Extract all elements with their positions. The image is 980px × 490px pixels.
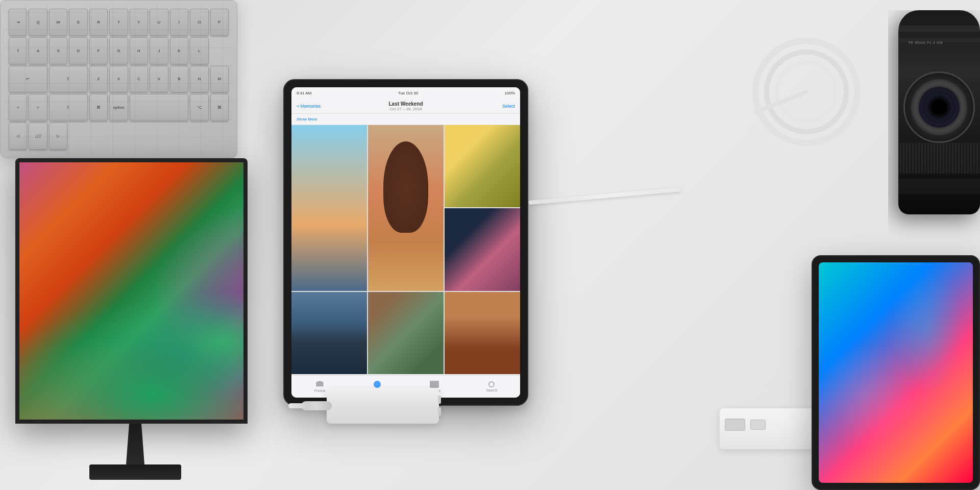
photo-grid (291, 125, 520, 374)
key-k[interactable]: K (170, 37, 188, 64)
status-date: Tue Oct 30 (398, 91, 418, 95)
photo-yellow-car (445, 125, 520, 207)
back-button[interactable]: < Memories (297, 104, 321, 109)
monitor-screen (15, 158, 248, 424)
monitor-stand (120, 424, 151, 464)
key-period[interactable]: > (29, 94, 47, 121)
key-c[interactable]: C (130, 66, 148, 93)
key-r[interactable]: R (89, 9, 108, 36)
tab-search[interactable]: Search (486, 381, 497, 392)
key-w[interactable]: W (49, 9, 67, 36)
key-caps[interactable]: ⇪ (9, 37, 27, 64)
usbc-plug (301, 401, 332, 410)
ipad-center-wrapper: 9:41 AM Tue Oct 30 100% < Memories Last … (283, 79, 528, 416)
key-g[interactable]: G (109, 37, 128, 64)
key-o[interactable]: O (190, 9, 208, 36)
key-t[interactable]: T (109, 9, 128, 36)
key-shift-left[interactable]: ⇧ (49, 66, 88, 93)
key-b[interactable]: B (170, 66, 188, 93)
key-n[interactable]: N (190, 66, 208, 93)
key-a[interactable]: A (29, 37, 47, 64)
ipad-navbar: < Memories Last Weekend Oct 27 – 28, 201… (291, 99, 520, 114)
cable-coil-wrapper (745, 31, 868, 155)
key-shift-right[interactable]: ⇧ (49, 94, 88, 121)
status-battery: 100% (505, 91, 515, 95)
key-tab[interactable]: ⇥ (9, 9, 27, 36)
key-left[interactable]: ◁ (9, 122, 27, 150)
key-option-right[interactable]: ⌥ (190, 94, 208, 121)
keyboard: ⇥ Q W E R T Y U I O P ⇪ A S D F G H J K … (0, 0, 237, 158)
key-f[interactable]: F (89, 37, 108, 64)
camera-lens: FE 85mm F1.4 GM (888, 10, 980, 240)
lens-body: FE 85mm F1.4 GM (898, 10, 980, 214)
ipad-small-screen (819, 262, 973, 483)
photo-sky (291, 125, 367, 291)
ipad-statusbar: 9:41 AM Tue Oct 30 100% (291, 87, 520, 99)
ipad-center[interactable]: 9:41 AM Tue Oct 30 100% < Memories Last … (283, 79, 528, 406)
key-option[interactable]: option (109, 94, 128, 121)
key-l[interactable]: L (190, 37, 208, 64)
album-title: Last Weekend (388, 101, 423, 107)
key-right[interactable]: ▷ (49, 122, 67, 150)
monitor-base (89, 464, 181, 480)
ipad-small[interactable] (812, 255, 980, 490)
key-q[interactable]: Q (29, 9, 47, 36)
key-z[interactable]: Z (89, 66, 108, 93)
key-j[interactable]: J (150, 37, 168, 64)
key-p[interactable]: P (210, 9, 229, 36)
monitor-display (19, 162, 243, 420)
key-cmd-right[interactable]: ⌘ (210, 94, 229, 121)
cable-coil-svg (745, 31, 868, 153)
key-u[interactable]: U (150, 9, 168, 36)
adapter-body-bottom (327, 388, 439, 424)
photo-street (368, 292, 444, 374)
status-time: 9:41 AM (297, 91, 311, 95)
key-v[interactable]: V (150, 66, 168, 93)
key-h[interactable]: H (130, 37, 148, 64)
usbc-adapter-bottom (311, 378, 454, 439)
key-y[interactable]: Y (130, 9, 148, 36)
key-x[interactable]: X (109, 66, 128, 93)
ipad-screen: 9:41 AM Tue Oct 30 100% < Memories Last … (291, 87, 520, 398)
key-m[interactable]: M (210, 66, 229, 93)
key-e[interactable]: E (69, 9, 87, 36)
lens-label: FE 85mm F1.4 GM (909, 41, 943, 44)
photo-portrait (368, 125, 444, 291)
key-i[interactable]: I (170, 9, 188, 36)
photo-graffiti (445, 208, 520, 290)
key-comma[interactable]: < (9, 94, 27, 121)
tab-search-label: Search (486, 388, 497, 392)
key-enter[interactable]: ↩ (9, 66, 47, 93)
album-subtitle: Oct 27 – 28, 2018 (388, 107, 423, 111)
monitor (15, 158, 255, 475)
photo-jump (445, 292, 520, 374)
photo-city (291, 292, 367, 374)
key-cmd[interactable]: ⌘ (89, 94, 108, 121)
key-space[interactable] (130, 94, 188, 121)
show-more-bar: Show More (291, 114, 520, 125)
key-s[interactable]: S (49, 37, 67, 64)
key-d[interactable]: D (69, 37, 87, 64)
show-more-label[interactable]: Show More (297, 117, 317, 121)
select-button[interactable]: Select (502, 104, 515, 109)
key-up-down[interactable]: △▽ (29, 122, 47, 150)
